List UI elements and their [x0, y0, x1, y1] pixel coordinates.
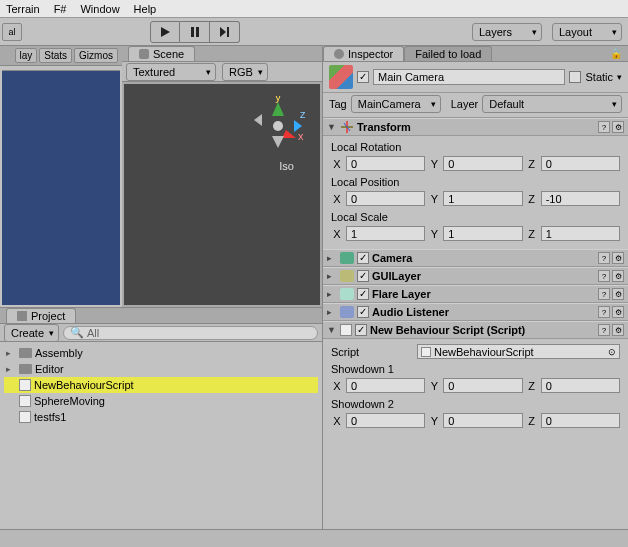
s1-x-field[interactable]: 0 [346, 378, 425, 393]
camera-icon [340, 252, 354, 264]
failed-tab[interactable]: Failed to load [404, 46, 492, 61]
game-tab-stats[interactable]: Stats [39, 48, 72, 63]
gameobject-name-field[interactable]: Main Camera [373, 69, 565, 85]
shading-dropdown[interactable]: Textured [126, 63, 216, 81]
local-scale-label: Local Scale [331, 209, 620, 225]
s2-y-field[interactable]: 0 [443, 413, 522, 428]
tool-stub[interactable]: al [2, 23, 22, 41]
layers-dropdown[interactable]: Layers [472, 23, 542, 41]
tree-folder-assembly[interactable]: ▸Assembly [4, 345, 318, 361]
flarelayer-header[interactable]: ▸Flare Layer?⚙ [323, 285, 628, 303]
guilayer-header[interactable]: ▸GUILayer?⚙ [323, 267, 628, 285]
game-viewport[interactable] [2, 70, 120, 305]
pos-z-field[interactable]: -10 [541, 191, 620, 206]
audio-checkbox[interactable] [357, 306, 369, 318]
local-position-label: Local Position [331, 174, 620, 190]
layer-dropdown[interactable]: Default [482, 95, 622, 113]
rot-z-field[interactable]: 0 [541, 156, 620, 171]
project-search[interactable]: 🔍All [63, 326, 318, 340]
help-icon[interactable]: ? [598, 270, 610, 282]
scene-viewport[interactable]: y z x Iso [124, 84, 320, 305]
guilayer-icon [340, 270, 354, 282]
s2-z-field[interactable]: 0 [541, 413, 620, 428]
static-dropdown-icon[interactable]: ▾ [617, 72, 622, 82]
rot-x-field[interactable]: 0 [346, 156, 425, 171]
game-tab-gizmos[interactable]: Gizmos [74, 48, 118, 63]
script-icon [340, 324, 352, 336]
menu-terrain[interactable]: Terrain [6, 3, 40, 15]
create-dropdown[interactable]: Create [4, 324, 59, 342]
script-field-label: Script [331, 346, 411, 358]
camera-header[interactable]: ▸Camera?⚙ [323, 249, 628, 267]
orientation-gizmo[interactable]: y z x [250, 96, 306, 152]
svg-text:x: x [298, 130, 304, 142]
project-tree: ▸Assembly ▸Editor NewBehaviourScript Sph… [0, 342, 322, 428]
lock-icon[interactable]: 🔒 [604, 46, 628, 61]
svg-text:y: y [275, 96, 281, 103]
svg-rect-0 [191, 27, 194, 37]
tree-script-newbehaviour[interactable]: NewBehaviourScript [4, 377, 318, 393]
play-controls [150, 21, 240, 43]
transform-header[interactable]: ▼ Transform ?⚙ [323, 118, 628, 136]
folder-icon [19, 364, 32, 374]
inspector-tab[interactable]: Inspector [323, 46, 404, 61]
s1-y-field[interactable]: 0 [443, 378, 522, 393]
gameobject-enabled-checkbox[interactable] [357, 71, 369, 83]
transform-icon [340, 120, 354, 134]
rot-y-field[interactable]: 0 [443, 156, 522, 171]
scl-x-field[interactable]: 1 [346, 226, 425, 241]
script-icon [19, 411, 31, 423]
inspector-body: Main Camera Static ▾ Tag MainCamera Laye… [323, 62, 628, 547]
static-checkbox[interactable] [569, 71, 581, 83]
rgb-dropdown[interactable]: RGB [222, 63, 268, 81]
pause-button[interactable] [180, 21, 210, 43]
layout-dropdown[interactable]: Layout [552, 23, 622, 41]
menu-fsharp[interactable]: F# [54, 3, 67, 15]
audiolistener-header[interactable]: ▸Audio Listener?⚙ [323, 303, 628, 321]
pos-y-field[interactable]: 1 [443, 191, 522, 206]
scl-y-field[interactable]: 1 [443, 226, 522, 241]
help-icon[interactable]: ? [598, 252, 610, 264]
flare-checkbox[interactable] [357, 288, 369, 300]
game-panel: lay Stats Gizmos [0, 46, 122, 307]
tag-dropdown[interactable]: MainCamera [351, 95, 441, 113]
pos-x-field[interactable]: 0 [346, 191, 425, 206]
game-tab-display[interactable]: lay [15, 48, 38, 63]
menu-help[interactable]: Help [134, 3, 157, 15]
help-icon[interactable]: ? [598, 324, 610, 336]
project-tab[interactable]: Project [6, 308, 76, 323]
camera-checkbox[interactable] [357, 252, 369, 264]
tree-script-testfs1[interactable]: testfs1 [4, 409, 318, 425]
tree-folder-editor[interactable]: ▸Editor [4, 361, 318, 377]
gear-icon[interactable]: ⚙ [612, 270, 624, 282]
scene-tab[interactable]: Scene [128, 46, 195, 61]
tag-label: Tag [329, 98, 347, 110]
s1-z-field[interactable]: 0 [541, 378, 620, 393]
svg-text:z: z [300, 108, 306, 120]
guilayer-checkbox[interactable] [357, 270, 369, 282]
gear-icon[interactable]: ⚙ [612, 306, 624, 318]
step-button[interactable] [210, 21, 240, 43]
menu-window[interactable]: Window [80, 3, 119, 15]
script-checkbox[interactable] [355, 324, 367, 336]
script-icon [19, 395, 31, 407]
object-picker-icon[interactable]: ⊙ [608, 347, 616, 357]
help-icon[interactable]: ? [598, 288, 610, 300]
help-icon[interactable]: ? [598, 121, 610, 133]
audio-icon [340, 306, 354, 318]
script-object-field[interactable]: NewBehaviourScript⊙ [417, 344, 620, 359]
scl-z-field[interactable]: 1 [541, 226, 620, 241]
help-icon[interactable]: ? [598, 306, 610, 318]
gear-icon[interactable]: ⚙ [612, 252, 624, 264]
s2-x-field[interactable]: 0 [346, 413, 425, 428]
static-label: Static [585, 71, 613, 83]
svg-rect-1 [196, 27, 199, 37]
gear-icon[interactable]: ⚙ [612, 121, 624, 133]
play-button[interactable] [150, 21, 180, 43]
scene-tab-icon [139, 49, 149, 59]
gear-icon[interactable]: ⚙ [612, 288, 624, 300]
gear-icon[interactable]: ⚙ [612, 324, 624, 336]
script-comp-header[interactable]: ▼New Behaviour Script (Script)?⚙ [323, 321, 628, 339]
menu-bar: Terrain F# Window Help [0, 0, 628, 18]
tree-script-spheremoving[interactable]: SphereMoving [4, 393, 318, 409]
